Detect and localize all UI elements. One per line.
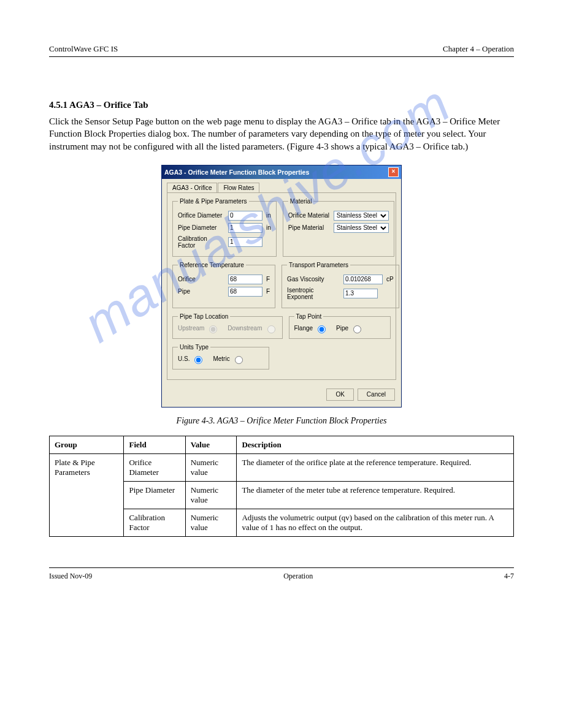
group-units-type: Units Type U.S. Metric [172, 344, 269, 370]
footer-center: Operation [283, 572, 313, 581]
label-orifice-diameter: Orifice Diameter [178, 212, 226, 219]
footer-left: Issued Nov-09 [49, 572, 92, 581]
parameters-table: Group Field Value Description Plate & Pi… [49, 436, 514, 537]
legend-ref-temp: Reference Temperature [178, 262, 246, 268]
tab-aga3-orifice[interactable]: AGA3 - Orifice [167, 183, 217, 192]
page-header: ControlWave GFC IS Chapter 4 – Operation [49, 37, 514, 57]
input-calibration-factor[interactable] [228, 237, 262, 247]
input-reftemp-pipe[interactable] [228, 287, 262, 297]
cell-value: Numeric value [185, 481, 237, 509]
label-gas-viscosity: Gas Viscosity [287, 276, 341, 282]
label-reftemp-orifice: Orifice [178, 276, 226, 282]
header-left: ControlWave GFC IS [49, 44, 118, 54]
cell-value: Numeric value [185, 509, 237, 536]
cell-desc: The diameter of the meter tube at refere… [237, 481, 514, 509]
cell-desc: The diameter of the orifice plate at the… [237, 453, 514, 481]
input-pipe-diameter[interactable] [228, 223, 262, 233]
cell-field: Calibration Factor [124, 509, 185, 536]
radio-downstream: Downstream [228, 324, 277, 333]
legend-transport: Transport Parameters [287, 262, 350, 268]
cell-value: Numeric value [185, 453, 237, 481]
unit-in-1: in [266, 212, 271, 219]
radio-upstream: Upstream [178, 324, 219, 333]
radio-metric[interactable]: Metric [213, 354, 244, 364]
header-right: Chapter 4 – Operation [443, 44, 514, 54]
group-pipe-tap-location: Pipe Tap Location Upstream Downstream [172, 313, 283, 339]
th-desc: Description [237, 436, 514, 453]
cancel-button[interactable]: Cancel [358, 389, 395, 401]
input-orifice-diameter[interactable] [228, 211, 262, 221]
label-pipe-material: Pipe Material [288, 224, 331, 231]
group-material: Material Orifice Material Stainless Stee… [283, 198, 394, 257]
section-title: 4.5.1 AGA3 – Orifice Tab [49, 100, 148, 110]
page-footer: Issued Nov-09 Operation 4-7 [49, 567, 514, 581]
legend-material: Material [288, 198, 314, 205]
cell-field: Pipe Diameter [124, 481, 185, 509]
legend-pipe-tap: Pipe Tap Location [178, 313, 230, 320]
dialog-window: AGA3 - Orifice Meter Function Block Prop… [161, 165, 402, 408]
unit-f-2: F [266, 288, 270, 295]
tab-strip: AGA3 - Orifice Flow Rates [167, 183, 396, 192]
cell-desc: Adjusts the volumetric output (qv) based… [237, 509, 514, 536]
titlebar: AGA3 - Orifice Meter Function Block Prop… [162, 165, 401, 179]
body-paragraph: Click the Sensor Setup Page button on th… [49, 115, 514, 153]
radio-pipe[interactable]: Pipe [336, 324, 363, 333]
tab-body: Plate & Pipe Parameters Orifice Diameter… [167, 192, 396, 380]
unit-in-2: in [266, 224, 271, 231]
th-group: Group [50, 436, 124, 453]
label-calibration-factor: Calibration Factor [178, 235, 226, 249]
group-tap-point: Tap Point Flange Pipe [289, 313, 391, 339]
select-orifice-material[interactable]: Stainless Steel [334, 211, 389, 221]
group-transport: Transport Parameters Gas Viscosity cP Is… [282, 262, 399, 308]
input-reftemp-orifice[interactable] [228, 275, 262, 284]
input-gas-viscosity[interactable] [343, 275, 383, 284]
radio-flange[interactable]: Flange [294, 324, 328, 333]
input-isentropic[interactable] [343, 289, 378, 298]
label-reftemp-pipe: Pipe [178, 288, 226, 295]
th-value: Value [185, 436, 237, 453]
dialog-title: AGA3 - Orifice Meter Function Block Prop… [164, 169, 309, 176]
section-heading: 4.5.1 AGA3 – Orifice Tab [49, 100, 514, 110]
label-isentropic: Isentropic Exponent [287, 287, 341, 300]
cell-group: Plate & Pipe Parameters [50, 453, 124, 536]
group-plate-pipe: Plate & Pipe Parameters Orifice Diameter… [172, 198, 277, 257]
legend-plate-pipe: Plate & Pipe Parameters [178, 198, 249, 205]
label-orifice-material: Orifice Material [288, 212, 331, 219]
table-row: Plate & Pipe Parameters Orifice Diameter… [50, 453, 514, 481]
label-pipe-diameter: Pipe Diameter [178, 224, 226, 231]
radio-us[interactable]: U.S. [178, 354, 204, 364]
footer-right: 4-7 [504, 572, 514, 581]
tab-flow-rates[interactable]: Flow Rates [218, 183, 259, 192]
legend-tap-point: Tap Point [294, 313, 324, 320]
unit-cp: cP [386, 276, 394, 282]
group-ref-temp: Reference Temperature Orifice F Pipe F [172, 262, 275, 308]
legend-units: Units Type [178, 344, 210, 351]
th-field: Field [124, 436, 185, 453]
ok-button[interactable]: OK [326, 389, 353, 401]
select-pipe-material[interactable]: Stainless Steel [334, 223, 389, 233]
unit-f-1: F [266, 276, 270, 282]
figure-caption: Figure 4-3. AGA3 – Orifice Meter Functio… [49, 416, 514, 426]
close-icon[interactable]: × [388, 167, 399, 177]
cell-field: Orifice Diameter [124, 453, 185, 481]
